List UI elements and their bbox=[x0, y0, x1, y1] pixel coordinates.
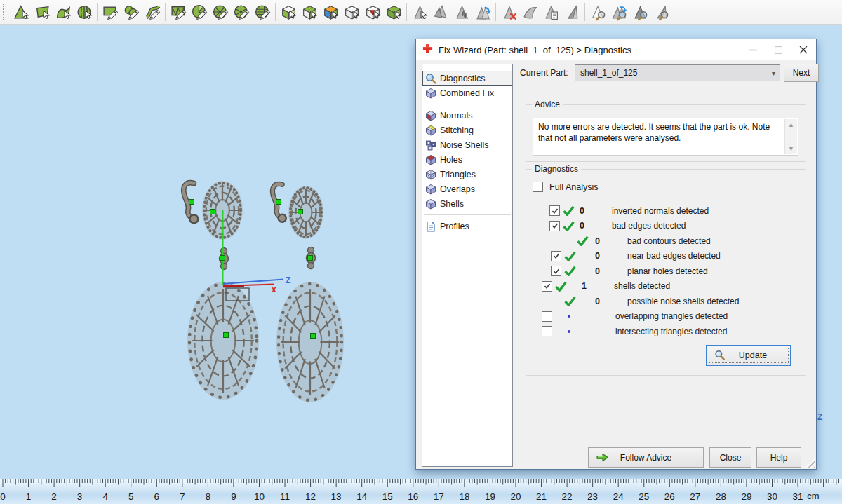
diagnostic-count: 1 bbox=[582, 281, 614, 291]
invert-part-cube-icon[interactable] bbox=[362, 1, 383, 22]
detect-triangle-icon[interactable] bbox=[587, 1, 608, 22]
diagnostic-checkbox[interactable] bbox=[542, 281, 552, 292]
follow-advice-button[interactable]: Follow Advice bbox=[588, 447, 704, 468]
z-axis-label: Z bbox=[286, 275, 290, 285]
diagnostic-checkbox[interactable] bbox=[542, 326, 552, 336]
green-check-icon bbox=[577, 236, 592, 246]
svg-text:8: 8 bbox=[206, 491, 211, 502]
diagnostic-count: 0 bbox=[595, 251, 627, 261]
svg-text:12: 12 bbox=[305, 491, 316, 502]
diagnostic-checkbox[interactable] bbox=[542, 311, 552, 322]
part-origin-marker bbox=[220, 256, 225, 261]
svg-text:9: 9 bbox=[231, 491, 236, 502]
diagnostic-count: 0 bbox=[595, 266, 627, 276]
sidebar-item-combined-fix[interactable]: Combined Fix bbox=[422, 86, 512, 100]
brush-marking-icon[interactable] bbox=[121, 1, 142, 22]
maximize-button[interactable] bbox=[766, 39, 791, 60]
help-button[interactable]: Help bbox=[756, 447, 801, 468]
diagnostic-checkbox[interactable] bbox=[549, 205, 560, 216]
sidebar-item-normals[interactable]: Normals bbox=[422, 108, 512, 123]
toolbar-separator bbox=[406, 3, 407, 21]
diagnostic-label: bad edges detected bbox=[612, 221, 686, 231]
rotate-part-cube-icon[interactable] bbox=[383, 1, 404, 22]
sidebar-item-diagnostics[interactable]: Diagnostics bbox=[422, 71, 512, 86]
sidebar-item-holes[interactable]: Holes bbox=[422, 152, 512, 167]
rectangle-marking-icon[interactable] bbox=[100, 1, 121, 22]
diagnostic-checkbox[interactable] bbox=[551, 251, 561, 261]
sidebar-item-triangles[interactable]: Triangles bbox=[422, 167, 512, 182]
dialog-titlebar[interactable]: Fix Wizard (Part: shell_1_of_125) > Diag… bbox=[416, 39, 816, 60]
update-button[interactable]: Update bbox=[706, 345, 791, 366]
next-part-button[interactable]: Next bbox=[784, 64, 819, 82]
wizard-pages-list: DiagnosticsCombined FixNormalsStitchingN… bbox=[422, 64, 513, 467]
detect-swapped-icon[interactable] bbox=[608, 1, 629, 22]
detect-folded-icon[interactable] bbox=[650, 1, 671, 22]
cube-red-left-icon bbox=[425, 110, 436, 121]
part-origin-marker bbox=[224, 333, 229, 338]
corner-z-axis-label: Z bbox=[817, 412, 822, 422]
mesh-marking-icon[interactable] bbox=[168, 1, 189, 22]
swap-triangles-icon[interactable] bbox=[472, 1, 493, 22]
mark-plane-icon[interactable] bbox=[32, 1, 53, 22]
diagnostic-label: planar holes detected bbox=[627, 266, 708, 276]
diagnostics-legend: Diagnostics bbox=[532, 164, 581, 174]
triangle-properties-icon[interactable] bbox=[540, 1, 561, 22]
bend-triangle-icon[interactable] bbox=[430, 1, 451, 22]
diagnostic-count: 0 bbox=[580, 206, 612, 216]
star-marking-icon[interactable] bbox=[210, 1, 231, 22]
minimize-button[interactable] bbox=[740, 39, 766, 60]
diagnostic-checkbox[interactable] bbox=[551, 266, 561, 276]
sidebar-item-label: Stitching bbox=[440, 125, 474, 135]
svg-text:14: 14 bbox=[356, 491, 368, 502]
earring-model-left[interactable] bbox=[184, 181, 259, 400]
mark-surface-icon[interactable] bbox=[53, 1, 74, 22]
svg-text:11: 11 bbox=[280, 491, 290, 502]
sidebar-item-noise-shells[interactable]: Noise Shells bbox=[422, 137, 512, 152]
scroll-up-icon[interactable]: ▲ bbox=[785, 121, 797, 128]
shell-grid-marking-icon[interactable] bbox=[252, 1, 273, 22]
earring-model-right[interactable] bbox=[272, 184, 344, 402]
select-triangle-icon[interactable] bbox=[409, 1, 430, 22]
colored-part-cube-icon[interactable] bbox=[320, 1, 341, 22]
surface-patch-icon[interactable] bbox=[519, 1, 540, 22]
green-check-icon bbox=[564, 266, 580, 276]
noise-dice-icon bbox=[425, 139, 436, 151]
cube-plain-icon bbox=[425, 88, 436, 99]
mark-triangle-icon[interactable] bbox=[11, 1, 32, 22]
diagnostic-checkbox[interactable] bbox=[549, 221, 560, 231]
move-triangle-icon[interactable] bbox=[451, 1, 472, 22]
svg-text:24: 24 bbox=[613, 491, 624, 502]
full-analysis-checkbox[interactable] bbox=[533, 182, 543, 192]
resize-grip[interactable] bbox=[806, 458, 815, 468]
svg-text:17: 17 bbox=[434, 491, 444, 502]
sidebar-item-profiles[interactable]: Profiles bbox=[422, 219, 512, 233]
scroll-down-icon[interactable]: ▼ bbox=[785, 145, 797, 152]
sidebar-item-overlaps[interactable]: Overlaps bbox=[422, 182, 512, 196]
sidebar-item-stitching[interactable]: Stitching bbox=[422, 123, 512, 137]
unify-part-cube-icon[interactable] bbox=[278, 1, 299, 22]
ruler-scale: 0123456789101112131415161718192021222324… bbox=[0, 479, 842, 504]
close-button[interactable] bbox=[791, 39, 816, 60]
toolbar-grip[interactable] bbox=[3, 4, 8, 20]
diagnostics-groupbox: Diagnostics Full Analysis 0inverted norm… bbox=[526, 169, 806, 376]
delete-triangle-icon[interactable] bbox=[498, 1, 519, 22]
sidebar-item-label: Shells bbox=[440, 199, 464, 209]
select-part-cube-icon[interactable] bbox=[299, 1, 320, 22]
current-part-combobox[interactable]: shell_1_of_125 ▾ bbox=[575, 64, 780, 81]
pie-marking-icon[interactable] bbox=[189, 1, 210, 22]
diagnostic-row: 0planar holes detected bbox=[526, 264, 806, 279]
svg-text:10: 10 bbox=[254, 491, 265, 502]
sidebar-item-shells[interactable]: Shells bbox=[422, 196, 512, 211]
advice-scrollbar[interactable]: ▲ ▼ bbox=[784, 119, 797, 154]
mark-shell-icon[interactable] bbox=[74, 1, 95, 22]
close-dialog-button[interactable]: Close bbox=[709, 447, 751, 468]
chevron-down-icon: ▾ bbox=[772, 69, 775, 77]
detect-solid-icon[interactable] bbox=[629, 1, 650, 22]
fold-triangle-icon[interactable] bbox=[561, 1, 582, 22]
main-toolbar bbox=[0, 0, 842, 25]
wheel-marking-icon[interactable] bbox=[231, 1, 252, 22]
toolbar-separator bbox=[495, 3, 496, 21]
curve-marking-icon[interactable] bbox=[142, 1, 163, 22]
ghost-part-cube-icon[interactable] bbox=[341, 1, 362, 22]
advice-textarea: No more errors are detected. It seems th… bbox=[533, 118, 798, 156]
